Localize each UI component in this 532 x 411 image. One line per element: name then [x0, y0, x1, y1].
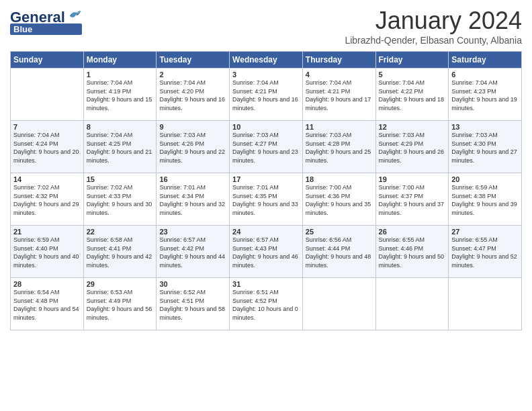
day-number: 13 — [451, 123, 519, 131]
day-info: Sunrise: 7:03 AMSunset: 4:30 PMDaylight:… — [451, 131, 519, 165]
day-number: 10 — [232, 123, 300, 131]
table-row: 31Sunrise: 6:51 AMSunset: 4:52 PMDayligh… — [230, 278, 303, 330]
table-row: 7Sunrise: 7:04 AMSunset: 4:24 PMDaylight… — [11, 121, 84, 173]
day-number: 12 — [379, 123, 446, 131]
day-number: 19 — [379, 175, 446, 183]
table-row: 5Sunrise: 7:04 AMSunset: 4:22 PMDaylight… — [375, 68, 449, 121]
day-info: Sunrise: 7:02 AMSunset: 4:32 PMDaylight:… — [13, 183, 81, 217]
day-number: 25 — [306, 228, 373, 236]
table-row — [449, 278, 522, 330]
day-info: Sunrise: 7:00 AMSunset: 4:37 PMDaylight:… — [379, 183, 446, 217]
title-block: January 2024 Librazhd-Qender, Elbasan Co… — [345, 7, 522, 46]
day-info: Sunrise: 7:04 AMSunset: 4:23 PMDaylight:… — [451, 79, 519, 112]
day-number: 24 — [232, 228, 300, 236]
table-row: 28Sunrise: 6:54 AMSunset: 4:48 PMDayligh… — [11, 278, 84, 330]
table-row: 19Sunrise: 7:00 AMSunset: 4:37 PMDayligh… — [375, 173, 449, 226]
logo-bird-icon — [67, 8, 82, 21]
day-info: Sunrise: 6:54 AMSunset: 4:48 PMDaylight:… — [13, 288, 81, 322]
day-number: 5 — [379, 71, 446, 79]
day-info: Sunrise: 6:55 AMSunset: 4:46 PMDaylight:… — [379, 236, 446, 269]
calendar-week-4: 21Sunrise: 6:59 AMSunset: 4:40 PMDayligh… — [11, 226, 522, 278]
day-info: Sunrise: 6:59 AMSunset: 4:40 PMDaylight:… — [13, 236, 81, 269]
col-thursday: Thursday — [302, 52, 375, 68]
day-info: Sunrise: 6:57 AMSunset: 4:43 PMDaylight:… — [232, 236, 300, 269]
table-row: 18Sunrise: 7:00 AMSunset: 4:36 PMDayligh… — [302, 173, 375, 226]
day-info: Sunrise: 7:04 AMSunset: 4:24 PMDaylight:… — [13, 131, 81, 165]
day-info: Sunrise: 7:04 AMSunset: 4:21 PMDaylight:… — [306, 79, 373, 112]
logo-text: General — [10, 10, 65, 25]
day-number: 6 — [451, 71, 519, 79]
day-number: 27 — [451, 228, 519, 236]
day-info: Sunrise: 6:55 AMSunset: 4:47 PMDaylight:… — [451, 236, 519, 269]
day-number: 2 — [159, 71, 226, 79]
table-row — [11, 68, 84, 121]
day-info: Sunrise: 7:03 AMSunset: 4:28 PMDaylight:… — [306, 131, 373, 165]
table-row: 27Sunrise: 6:55 AMSunset: 4:47 PMDayligh… — [449, 226, 522, 278]
calendar-header-row: Sunday Monday Tuesday Wednesday Thursday… — [11, 52, 522, 68]
table-row: 2Sunrise: 7:04 AMSunset: 4:20 PMDaylight… — [157, 68, 230, 121]
table-row: 4Sunrise: 7:04 AMSunset: 4:21 PMDaylight… — [302, 68, 375, 121]
table-row: 26Sunrise: 6:55 AMSunset: 4:46 PMDayligh… — [375, 226, 449, 278]
table-row: 11Sunrise: 7:03 AMSunset: 4:28 PMDayligh… — [302, 121, 375, 173]
day-info: Sunrise: 7:00 AMSunset: 4:36 PMDaylight:… — [306, 183, 373, 217]
day-info: Sunrise: 6:57 AMSunset: 4:42 PMDaylight:… — [159, 236, 226, 269]
logo: General Blue — [10, 10, 82, 35]
table-row: 25Sunrise: 6:56 AMSunset: 4:44 PMDayligh… — [302, 226, 375, 278]
day-number: 26 — [379, 228, 446, 236]
calendar-week-5: 28Sunrise: 6:54 AMSunset: 4:48 PMDayligh… — [11, 278, 522, 330]
table-row: 1Sunrise: 7:04 AMSunset: 4:19 PMDaylight… — [83, 68, 157, 121]
day-number: 21 — [13, 228, 81, 236]
table-row: 12Sunrise: 7:03 AMSunset: 4:29 PMDayligh… — [375, 121, 449, 173]
day-info: Sunrise: 7:01 AMSunset: 4:35 PMDaylight:… — [232, 183, 300, 217]
day-number: 16 — [159, 175, 226, 183]
day-info: Sunrise: 7:04 AMSunset: 4:19 PMDaylight:… — [87, 79, 154, 112]
day-info: Sunrise: 7:01 AMSunset: 4:34 PMDaylight:… — [159, 183, 226, 217]
table-row: 24Sunrise: 6:57 AMSunset: 4:43 PMDayligh… — [230, 226, 303, 278]
table-row — [302, 278, 375, 330]
calendar-week-2: 7Sunrise: 7:04 AMSunset: 4:24 PMDaylight… — [11, 121, 522, 173]
day-info: Sunrise: 6:51 AMSunset: 4:52 PMDaylight:… — [232, 288, 300, 322]
day-number: 30 — [159, 280, 226, 288]
day-number: 1 — [87, 71, 154, 79]
day-info: Sunrise: 6:58 AMSunset: 4:41 PMDaylight:… — [87, 236, 154, 269]
col-sunday: Sunday — [11, 52, 84, 68]
day-number: 17 — [232, 175, 300, 183]
day-info: Sunrise: 6:53 AMSunset: 4:49 PMDaylight:… — [87, 288, 154, 322]
table-row: 16Sunrise: 7:01 AMSunset: 4:34 PMDayligh… — [157, 173, 230, 226]
table-row: 9Sunrise: 7:03 AMSunset: 4:26 PMDaylight… — [157, 121, 230, 173]
day-info: Sunrise: 7:03 AMSunset: 4:27 PMDaylight:… — [232, 131, 300, 165]
table-row: 14Sunrise: 7:02 AMSunset: 4:32 PMDayligh… — [11, 173, 84, 226]
location-subtitle: Librazhd-Qender, Elbasan County, Albania — [345, 35, 522, 46]
table-row: 22Sunrise: 6:58 AMSunset: 4:41 PMDayligh… — [83, 226, 157, 278]
calendar-table: Sunday Monday Tuesday Wednesday Thursday… — [10, 51, 522, 330]
table-row: 23Sunrise: 6:57 AMSunset: 4:42 PMDayligh… — [157, 226, 230, 278]
day-number: 4 — [306, 71, 373, 79]
table-row: 13Sunrise: 7:03 AMSunset: 4:30 PMDayligh… — [449, 121, 522, 173]
table-row: 29Sunrise: 6:53 AMSunset: 4:49 PMDayligh… — [83, 278, 157, 330]
table-row: 10Sunrise: 7:03 AMSunset: 4:27 PMDayligh… — [230, 121, 303, 173]
table-row: 6Sunrise: 7:04 AMSunset: 4:23 PMDaylight… — [449, 68, 522, 121]
day-number: 22 — [87, 228, 154, 236]
col-monday: Monday — [83, 52, 157, 68]
day-info: Sunrise: 7:02 AMSunset: 4:33 PMDaylight:… — [87, 183, 154, 217]
day-number: 28 — [13, 280, 81, 288]
day-number: 14 — [13, 175, 81, 183]
col-tuesday: Tuesday — [157, 52, 230, 68]
day-info: Sunrise: 7:04 AMSunset: 4:20 PMDaylight:… — [159, 79, 226, 112]
calendar-week-3: 14Sunrise: 7:02 AMSunset: 4:32 PMDayligh… — [11, 173, 522, 226]
table-row: 3Sunrise: 7:04 AMSunset: 4:21 PMDaylight… — [230, 68, 303, 121]
col-wednesday: Wednesday — [230, 52, 303, 68]
day-number: 8 — [87, 123, 154, 131]
day-number: 15 — [87, 175, 154, 183]
day-number: 23 — [159, 228, 226, 236]
day-info: Sunrise: 7:03 AMSunset: 4:29 PMDaylight:… — [379, 131, 446, 165]
table-row — [375, 278, 449, 330]
table-row: 30Sunrise: 6:52 AMSunset: 4:51 PMDayligh… — [157, 278, 230, 330]
table-row: 15Sunrise: 7:02 AMSunset: 4:33 PMDayligh… — [83, 173, 157, 226]
col-friday: Friday — [375, 52, 449, 68]
day-info: Sunrise: 6:52 AMSunset: 4:51 PMDaylight:… — [159, 288, 226, 322]
day-info: Sunrise: 7:04 AMSunset: 4:25 PMDaylight:… — [87, 131, 154, 165]
page-container: General Blue January 2024 Librazhd-Qende… — [0, 0, 532, 334]
day-number: 20 — [451, 175, 519, 183]
header: General Blue January 2024 Librazhd-Qende… — [10, 7, 522, 46]
